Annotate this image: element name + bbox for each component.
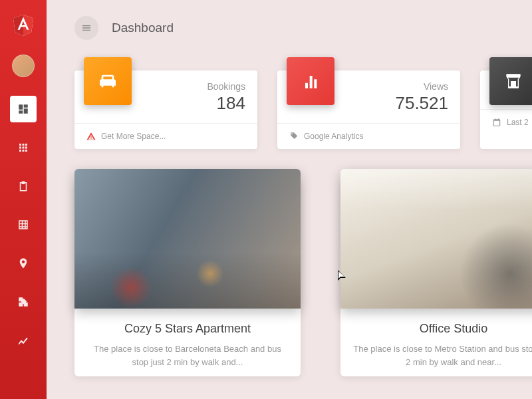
stat-footer[interactable]: Get More Space... (74, 123, 257, 149)
listing-card[interactable]: Cozy 5 Stars Apartment The place is clos… (74, 182, 301, 376)
warning-icon (86, 132, 96, 141)
nav-table[interactable] (10, 211, 37, 238)
tag-icon (289, 132, 299, 141)
menu-icon[interactable] (74, 16, 98, 40)
listing-image (340, 169, 532, 309)
listing-title: Cozy 5 Stars Apartment (86, 322, 289, 336)
store-icon (489, 57, 532, 105)
stat-card-partial[interactable]: Last 2 (480, 70, 532, 149)
listing-desc: The place is close to Metro Station and … (352, 342, 532, 368)
nav-charts[interactable] (10, 327, 37, 354)
listing-image (74, 169, 301, 309)
bar-chart-icon (287, 57, 334, 105)
listings-row: Cozy 5 Stars Apartment The place is clos… (74, 182, 532, 376)
listing-card[interactable]: Office Studio The place is close to Metr… (340, 182, 532, 376)
listing-title: Office Studio (352, 322, 532, 336)
nav-clipboard[interactable] (10, 173, 37, 200)
nav-apps[interactable] (10, 134, 37, 161)
stat-footer[interactable]: Last 2 (480, 109, 532, 135)
user-avatar[interactable] (12, 55, 35, 77)
nav-widgets[interactable] (10, 289, 37, 315)
sidebar (0, 0, 47, 399)
sofa-icon (84, 57, 132, 105)
page-title: Dashboard (112, 21, 174, 35)
calendar-icon (492, 118, 501, 127)
main-content: Dashboard Bookings 184 Get More Space...… (47, 0, 532, 376)
stats-row: Bookings 184 Get More Space... Views 75.… (74, 70, 532, 149)
angular-logo (11, 12, 35, 39)
stat-card-bookings[interactable]: Bookings 184 Get More Space... (74, 70, 257, 149)
nav-dashboard[interactable] (10, 96, 37, 122)
stat-card-views[interactable]: Views 75.521 Google Analytics (277, 70, 460, 149)
listing-desc: The place is close to Barceloneta Beach … (86, 342, 289, 368)
stat-footer[interactable]: Google Analytics (277, 123, 460, 149)
page-header: Dashboard (74, 16, 532, 40)
nav-location[interactable] (10, 250, 37, 277)
